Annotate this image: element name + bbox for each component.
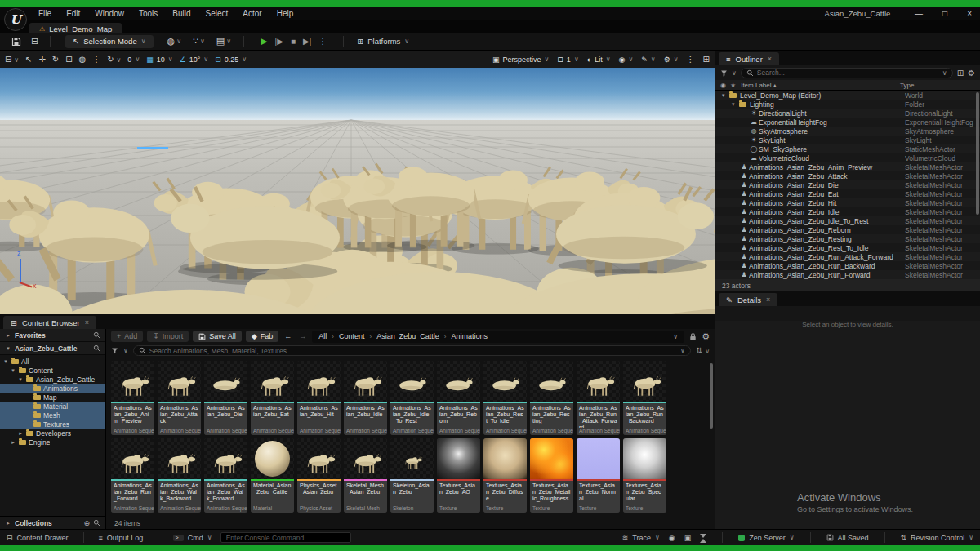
asset-tile[interactable]: Physics_Asset_Asian_ZebuPhysics Asset <box>297 438 341 513</box>
asset-tile[interactable]: Animations_Asian_Zebu_Run_ForwardAnimati… <box>111 438 154 513</box>
selection-mode-dropdown[interactable]: ↖ Selection Mode ∨ <box>65 35 153 48</box>
breadcrumb-item-all[interactable]: All <box>318 332 327 340</box>
outliner-scrollbar[interactable] <box>976 92 979 215</box>
add-actor-dropdown[interactable]: ◍∨ <box>167 36 181 47</box>
lock-icon[interactable] <box>688 332 697 341</box>
surface-snap-dropdown[interactable]: ↻ ∨ <box>107 55 121 64</box>
asset-tile[interactable]: Animations_Asian_Zebu_EatAnimation Seque… <box>251 361 294 435</box>
level-viewport[interactable]: z x <box>0 68 715 314</box>
trace-dropdown[interactable]: ≋Trace∨ <box>622 534 660 542</box>
collections-section[interactable]: ▸ Collections ⊕ <box>0 516 105 529</box>
asset-filter-icon[interactable] <box>111 347 118 354</box>
scale-snap-control[interactable]: ⊡0.25∨ <box>215 56 247 64</box>
perspective-dropdown[interactable]: ▣Perspective∨ <box>492 56 549 64</box>
outliner-row[interactable]: ◯SM_SkySphereStaticMeshActor <box>715 144 980 153</box>
menu-actor[interactable]: Actor <box>235 9 269 18</box>
content-drawer-button[interactable]: ⊟Content Drawer <box>7 534 69 542</box>
outliner-search-input[interactable] <box>757 69 939 77</box>
menu-help[interactable]: Help <box>270 9 301 18</box>
asset-tile[interactable]: Animations_Asian_Zebu_AttackAnimation Se… <box>158 361 201 435</box>
folder-tree-item-content[interactable]: ▾Content <box>0 366 105 375</box>
asset-tile[interactable]: Animations_Asian_Zebu_Walk_ForwardAnimat… <box>204 438 247 513</box>
folder-tree-item-mesh[interactable]: Mesh <box>0 411 105 420</box>
asset-tile[interactable]: Animations_Asian_Zebu_RestingAnimation S… <box>530 361 573 435</box>
import-button[interactable]: ↧ Import <box>147 331 189 342</box>
outliner-row[interactable]: ♟Animations_Asian_Zebu_IdleSkeletalMeshA… <box>715 207 980 216</box>
new-folder-icon[interactable]: ⊞ <box>957 69 964 78</box>
outliner-row[interactable]: ☁VolumetricCloudVolumetricCloud <box>715 153 980 162</box>
save-all-button[interactable]: Save All <box>193 331 242 342</box>
transform-options-dots[interactable]: ⋮ <box>92 55 100 64</box>
close-icon[interactable]: × <box>766 295 770 304</box>
project-section[interactable]: ▾ Asian_Zebu_Cattle <box>0 342 105 355</box>
asset-tile[interactable]: Animations_Asian_Zebu_IdleAnimation Sequ… <box>344 361 387 435</box>
console-command-input[interactable] <box>220 532 351 543</box>
outliner-search[interactable]: ∨ <box>741 68 953 78</box>
rotation-snap-control[interactable]: ∠10°∨ <box>180 56 209 64</box>
favorites-section[interactable]: ▸ Favorites <box>0 329 105 342</box>
play-button[interactable]: ▶ <box>261 36 267 47</box>
source-control-icon[interactable]: ⊟ <box>31 36 38 47</box>
filter-chevron[interactable]: ∨ <box>732 69 737 77</box>
outliner-row[interactable]: ♟Animations_Asian_Zebu_HitSkeletalMeshAc… <box>715 198 980 207</box>
outliner-row[interactable]: ♟Animations_Asian_Zebu_RebornSkeletalMes… <box>715 225 980 234</box>
close-button[interactable]: × <box>967 9 972 18</box>
editor-preferences-dropdown[interactable]: ✎∨ <box>641 56 655 64</box>
asset-tile[interactable]: Textures_Asian_Zebu_Metallic_RoughnessTe… <box>530 438 573 513</box>
viewport-more-dots[interactable]: ⋮ <box>687 55 695 64</box>
close-icon[interactable]: × <box>85 318 89 327</box>
outliner-row[interactable]: ♟Animations_Asian_Zebu_DieSkeletalMeshAc… <box>715 180 980 189</box>
asset-tile[interactable]: Material_Asian_Zebu_CattleMaterial <box>251 438 294 513</box>
asset-tile[interactable]: Skeletal_Mesh_Asian_ZebuSkeletal Mesh <box>344 438 387 513</box>
asset-tile[interactable]: Animations_Asian_Zebu_RebornAnimation Se… <box>437 361 480 435</box>
cinematics-dropdown[interactable]: ▤∨ <box>216 36 231 47</box>
asset-tile[interactable]: Skeleton_Asian_ZebuSkeleton <box>390 438 434 513</box>
outliner-row[interactable]: ♟Animations_Asian_Zebu_Anim_PreviewSkele… <box>715 162 980 171</box>
menu-edit[interactable]: Edit <box>59 9 87 18</box>
outliner-row[interactable]: ♟Animations_Asian_Zebu_Run_BackwardSkele… <box>715 261 980 270</box>
outliner-row[interactable]: ♟Animations_Asian_Zebu_EatSkeletalMeshAc… <box>715 189 980 198</box>
asset-tile[interactable]: Animations_Asian_Zebu_DieAnimation Seque… <box>204 361 247 435</box>
content-settings-gear-icon[interactable]: ⚙ <box>702 331 710 342</box>
outliner-row[interactable]: ▾LightingFolder <box>715 100 980 109</box>
minimize-button[interactable]: — <box>915 9 923 18</box>
cmd-dropdown[interactable]: >_Cmd∨ <box>173 534 212 542</box>
back-button[interactable]: ← <box>283 331 293 342</box>
menu-build[interactable]: Build <box>165 9 198 18</box>
grid-snap-control[interactable]: ▦10∨ <box>146 56 172 64</box>
tab-outliner[interactable]: ≡ Outliner × <box>719 52 779 65</box>
folder-tree-item-all[interactable]: ▾All <box>0 357 105 366</box>
add-button[interactable]: + Add <box>111 331 143 342</box>
viewport-settings-dropdown[interactable]: ⚙∨ <box>664 56 679 64</box>
search-icon[interactable] <box>93 331 100 339</box>
search-icon[interactable] <box>93 344 100 352</box>
output-log-button[interactable]: ≡Output Log <box>99 534 144 542</box>
maximize-viewport-icon[interactable]: ⊞ <box>703 55 710 64</box>
scale-tool-icon[interactable]: ⊡ <box>65 55 72 64</box>
play-from-here-button[interactable]: |▶ <box>275 37 283 46</box>
outliner-row[interactable]: ✶SkyLightSkyLight <box>715 136 980 144</box>
fab-button[interactable]: ◆ Fab <box>246 331 278 342</box>
asset-tile[interactable]: Animations_Asian_Zebu_HitAnimation Seque… <box>297 361 341 435</box>
outliner-row[interactable]: ☀DirectionalLightDirectionalLight <box>715 109 980 118</box>
outliner-row[interactable]: ▾Level_Demo_Map (Editor)World <box>715 91 980 100</box>
breadcrumb-item-asian_zebu_cattle[interactable]: Asian_Zebu_Cattle <box>376 332 439 340</box>
outliner-row[interactable]: ◍SkyAtmosphereSkyAtmosphere <box>715 127 980 136</box>
path-dropdown-chevron[interactable]: ∨ <box>673 333 678 340</box>
folder-tree-item-animations[interactable]: Animations <box>0 384 105 393</box>
screenshot-icon[interactable]: ◉ <box>669 534 675 542</box>
folder-tree-item-developers[interactable]: ▸Developers <box>0 429 105 438</box>
asset-tile[interactable]: Textures_Asian_Zebu_DiffuseTexture <box>483 438 527 513</box>
tab-details[interactable]: ✎ Details × <box>719 293 777 306</box>
asset-search[interactable]: ∨ <box>133 345 691 356</box>
breadcrumb[interactable]: All›Content›Asian_Zebu_Cattle›Animations… <box>312 331 684 343</box>
outliner-row[interactable]: ♟Animations_Asian_Zebu_Run_Attack_Forwar… <box>715 252 980 261</box>
menu-file[interactable]: File <box>31 9 59 18</box>
stop-button[interactable]: ■ <box>291 37 296 46</box>
search-icon[interactable] <box>93 519 100 527</box>
asset-tile[interactable]: Textures_Asian_Zebu_SpecularTexture <box>623 438 666 513</box>
blueprints-dropdown[interactable]: ∵∨ <box>193 36 205 47</box>
outliner-row[interactable]: ☁ExponentialHeightFogExponentialHeightFo… <box>715 118 980 127</box>
asset-tile[interactable]: Animations_Asian_Zebu_Idle_To_RestAnimat… <box>390 361 434 435</box>
outliner-settings-gear-icon[interactable]: ⚙ <box>968 69 975 78</box>
